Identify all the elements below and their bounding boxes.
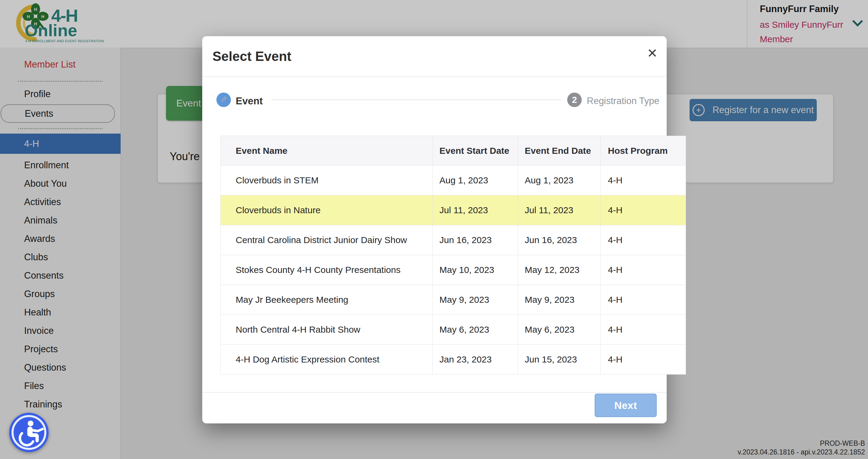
stepper-connector-line xyxy=(271,99,561,100)
table-row[interactable]: Central Carolina District Junior Dairy S… xyxy=(221,225,686,255)
end-date-cell: Jul 11, 2023 xyxy=(518,195,601,225)
select-event-modal: Select Event ✕ ✎ Event 2 Registration Ty… xyxy=(202,36,667,423)
start-date-cell: May 6, 2023 xyxy=(433,315,518,345)
event-name-cell: May Jr Beekeepers Meeting xyxy=(221,285,433,315)
end-date-cell: May 9, 2023 xyxy=(518,285,601,315)
host-program-cell: 4-H xyxy=(601,255,686,285)
start-date-cell: May 9, 2023 xyxy=(433,285,518,315)
step-1-label: Event xyxy=(236,95,263,107)
table-row[interactable]: Stokes County 4-H County PresentationsMa… xyxy=(221,255,686,285)
step-2-number: 2 xyxy=(572,95,577,105)
pencil-icon: ✎ xyxy=(220,96,227,104)
event-name-cell: Stokes County 4-H County Presentations xyxy=(221,255,433,285)
table-row[interactable]: North Central 4-H Rabbit ShowMay 6, 2023… xyxy=(221,315,686,345)
host-program-cell: 4-H xyxy=(601,195,686,225)
event-name-cell: Cloverbuds in STEM xyxy=(221,166,433,195)
table-row[interactable]: Cloverbuds in NatureJul 11, 2023Jul 11, … xyxy=(221,195,686,225)
start-date-cell: Jul 11, 2023 xyxy=(433,195,518,225)
event-name-cell: Central Carolina District Junior Dairy S… xyxy=(221,225,433,255)
step-1-event-indicator: ✎ xyxy=(216,93,231,107)
column-header: Event End Date xyxy=(518,136,601,166)
start-date-cell: May 10, 2023 xyxy=(433,255,518,285)
table-row[interactable]: 4-H Dog Artistic Expression ContestJan 2… xyxy=(221,345,686,375)
end-date-cell: May 12, 2023 xyxy=(518,255,601,285)
event-name-cell: 4-H Dog Artistic Expression Contest xyxy=(221,345,433,375)
host-program-cell: 4-H xyxy=(601,345,686,375)
host-program-cell: 4-H xyxy=(601,315,686,345)
event-table-body: Cloverbuds in STEMAug 1, 2023Aug 1, 2023… xyxy=(221,166,686,375)
next-button[interactable]: Next xyxy=(595,394,657,417)
end-date-cell: May 6, 2023 xyxy=(518,315,601,345)
step-2-label: Registration Type xyxy=(587,95,659,107)
start-date-cell: Jun 16, 2023 xyxy=(433,225,518,255)
end-date-cell: Jun 16, 2023 xyxy=(518,225,601,255)
start-date-cell: Aug 1, 2023 xyxy=(433,166,518,195)
column-header: Event Start Date xyxy=(433,136,518,166)
host-program-cell: 4-H xyxy=(601,166,686,195)
step-2-indicator: 2 xyxy=(567,93,582,107)
host-program-cell: 4-H xyxy=(601,285,686,315)
close-icon[interactable]: ✕ xyxy=(647,47,658,60)
modal-footer-divider xyxy=(202,392,667,393)
end-date-cell: Aug 1, 2023 xyxy=(518,166,601,195)
event-name-cell: Cloverbuds in Nature xyxy=(221,195,433,225)
column-header: Host Program xyxy=(601,136,686,166)
end-date-cell: Jun 15, 2023 xyxy=(518,345,601,375)
modal-title: Select Event xyxy=(213,49,291,64)
start-date-cell: Jan 23, 2023 xyxy=(433,345,518,375)
event-table-header-row: Event NameEvent Start DateEvent End Date… xyxy=(221,136,686,166)
accessibility-icon xyxy=(8,412,50,453)
event-name-cell: North Central 4-H Rabbit Show xyxy=(221,315,433,345)
accessibility-widget-button[interactable] xyxy=(8,412,50,453)
table-row[interactable]: Cloverbuds in STEMAug 1, 2023Aug 1, 2023… xyxy=(221,166,686,195)
modal-header-divider xyxy=(202,76,667,77)
host-program-cell: 4-H xyxy=(601,225,686,255)
column-header: Event Name xyxy=(221,136,433,166)
event-table: Event NameEvent Start DateEvent End Date… xyxy=(220,136,686,375)
table-row[interactable]: May Jr Beekeepers MeetingMay 9, 2023May … xyxy=(221,285,686,315)
